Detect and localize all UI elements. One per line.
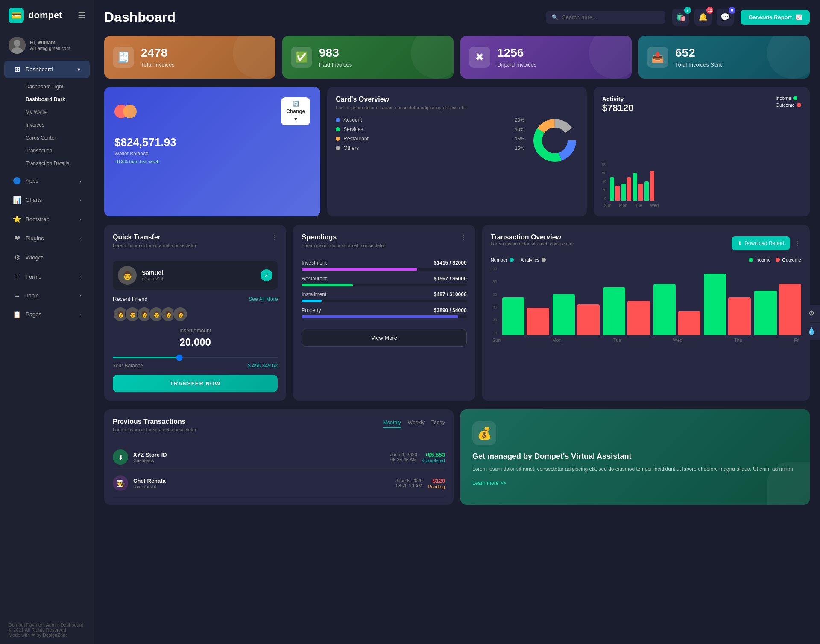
big-bar-group-sun: [502, 297, 549, 335]
spendings-title: Spendings: [302, 233, 385, 241]
tab-monthly[interactable]: Monthly: [383, 418, 401, 428]
to-title: Transaction Overview: [491, 233, 574, 241]
generate-report-button[interactable]: Generate Report 📈: [741, 10, 810, 25]
analytics-toggle: Analytics: [521, 257, 546, 262]
logo-text: dompet: [28, 10, 62, 21]
txn-type: Restaurant: [133, 484, 390, 489]
sidebar-item-apps[interactable]: 🔵 Apps ›: [4, 172, 90, 189]
bar-group-sun: [610, 177, 620, 201]
txn-amount: +$5,553: [422, 452, 445, 458]
chevron-down-icon: ▼: [76, 67, 81, 72]
stat-label: Total Invoices: [141, 61, 175, 68]
stat-label: Paid Invoices: [319, 61, 352, 68]
search-box[interactable]: 🔍: [546, 11, 665, 24]
income-bar: [610, 177, 614, 201]
outcome-dot: [797, 103, 801, 107]
bar-group-wed: [644, 171, 654, 201]
notifications-button[interactable]: 🔔 12: [694, 9, 712, 26]
sidebar-user: Hi, William william@gmail.com: [0, 31, 94, 60]
overview-legend: Account 20% Services 40% Restaurant 15%: [336, 117, 524, 164]
stat-label: Total Invoices Sent: [675, 61, 722, 68]
settings-water-button[interactable]: 💧: [803, 323, 820, 340]
more-options-icon[interactable]: ⋮: [271, 233, 278, 242]
big-bar-group-tue: [603, 287, 650, 335]
sidebar-sub-transaction-details[interactable]: Transaction Details: [21, 157, 94, 169]
spendings-desc: Lorem ipsum dolor sit amet, consectetur: [302, 243, 385, 248]
transaction-row: 👨‍🍳 Chef Renata Restaurant June 5, 2020 …: [113, 470, 445, 496]
charts-icon: 📊: [13, 196, 21, 204]
change-button[interactable]: 🔄 Change ▾: [281, 97, 310, 125]
chevron-right-icon: ›: [79, 198, 81, 203]
sidebar-item-widget[interactable]: ⚙ Widget: [4, 249, 90, 266]
messages-button[interactable]: 💬 8: [717, 9, 734, 26]
stats-row: 🧾 2478 Total Invoices ✅ 983 Paid Invoice…: [104, 36, 810, 79]
income-dot: [793, 96, 797, 100]
unpaid-icon: ✖: [469, 47, 490, 68]
bag-button[interactable]: 🛍️ 2: [672, 9, 689, 26]
sidebar-sub-transaction[interactable]: Transaction: [21, 145, 94, 157]
mastercard-icon: [114, 105, 137, 118]
spending-investment: Investment $1415 / $2000: [302, 260, 466, 271]
big-bar-group-mon: [553, 294, 600, 335]
check-icon: ✓: [261, 269, 272, 281]
sidebar-item-label: Widget: [26, 254, 43, 261]
tab-today[interactable]: Today: [431, 418, 445, 428]
logo-icon: 💳: [9, 8, 24, 23]
sidebar-item-bootstrap[interactable]: ⭐ Bootstrap ›: [4, 210, 90, 228]
amount-slider[interactable]: [113, 357, 278, 358]
chat-badge: 8: [729, 7, 735, 14]
activity-title: Activity: [602, 96, 633, 102]
sidebar-item-dashboard[interactable]: ⊞ Dashboard ▼: [4, 61, 90, 78]
txn-status: Pending: [428, 484, 445, 489]
settings-gear-button[interactable]: ⚙: [803, 305, 820, 322]
big-bar-group-thu: [704, 274, 751, 335]
txn-date: June 5, 2020 08:20:10 AM: [395, 478, 423, 488]
va-card: 💰 Get managed by Dompet's Virtual Assist…: [460, 409, 810, 505]
see-all-button[interactable]: See All More: [249, 296, 278, 302]
prev-transactions: Previous Transactions Lorem ipsum dolor …: [104, 409, 454, 505]
income-legend: Income: [749, 257, 770, 262]
va-learn-more-link[interactable]: Learn more >>: [472, 480, 506, 486]
transfer-now-button[interactable]: TRANSFER NOW: [113, 375, 278, 392]
sidebar-item-pages[interactable]: 📋 Pages ›: [4, 306, 90, 323]
more-options-icon[interactable]: ⋮: [460, 233, 467, 242]
chart-labels: Sun Mon Tue Wed: [602, 203, 801, 208]
chevron-right-icon: ›: [79, 293, 81, 298]
outcome-legend: Outcome: [776, 102, 801, 108]
bootstrap-icon: ⭐: [13, 215, 21, 223]
tab-weekly[interactable]: Weekly: [408, 418, 425, 428]
sidebar-sub-dashboard-light[interactable]: Dashboard Light: [21, 81, 94, 93]
sidebar-sub-invoices[interactable]: Invoices: [21, 119, 94, 131]
big-bar-group-fri: [754, 284, 801, 335]
wallet-section: 🔄 Change ▾ $824,571.93 Wallet Balance +0…: [104, 87, 320, 216]
bottom-row: Quick Transfer Lorem ipsum dolor sit ame…: [104, 225, 810, 401]
sidebar-sub-my-wallet[interactable]: My Wallet: [21, 106, 94, 118]
va-title: Get managed by Dompet's Virtual Assistan…: [472, 452, 798, 461]
transaction-bar-chart: 100 80 60 40 20 0: [491, 267, 801, 335]
transaction-overview: Transaction Overview Lorem ipsum dolor s…: [482, 225, 810, 401]
txn-icon: 👨‍🍳: [113, 475, 128, 491]
more-options-icon[interactable]: ⋮: [794, 239, 801, 248]
amount-value: 20.000: [113, 336, 278, 348]
chevron-right-icon: ›: [79, 178, 81, 184]
menu-toggle-icon[interactable]: ☰: [78, 10, 85, 20]
sidebar-item-charts[interactable]: 📊 Charts ›: [4, 191, 90, 209]
sidebar-item-table[interactable]: ≡ Table ›: [4, 287, 90, 304]
sidebar-sub-dashboard-dark[interactable]: Dashboard Dark: [21, 93, 94, 105]
activity-section: Activity $78120 Income Outcome: [594, 87, 810, 216]
view-more-button[interactable]: View More: [302, 329, 466, 347]
qt-title: Quick Transfer: [113, 233, 196, 241]
header-icons: 🛍️ 2 🔔 12 💬 8: [672, 9, 734, 26]
search-input[interactable]: [562, 14, 659, 20]
download-report-button[interactable]: ⬇ Download Report: [732, 236, 790, 250]
stat-card-sent-invoices: 📤 652 Total Invoices Sent: [638, 36, 810, 79]
outcome-bar: [650, 171, 654, 201]
sidebar-settings: ⚙ 💧: [803, 305, 820, 340]
sidebar-item-plugins[interactable]: ❤ Plugins ›: [4, 230, 90, 247]
sidebar-item-forms[interactable]: 🖨 Forms ›: [4, 268, 90, 285]
sidebar-item-label: Plugins: [26, 235, 44, 242]
sidebar-sub-cards-center[interactable]: Cards Center: [21, 132, 94, 144]
wallet-label: Wallet Balance: [114, 151, 310, 157]
section-title: Card's Overview: [336, 96, 578, 103]
others-dot: [336, 146, 340, 150]
